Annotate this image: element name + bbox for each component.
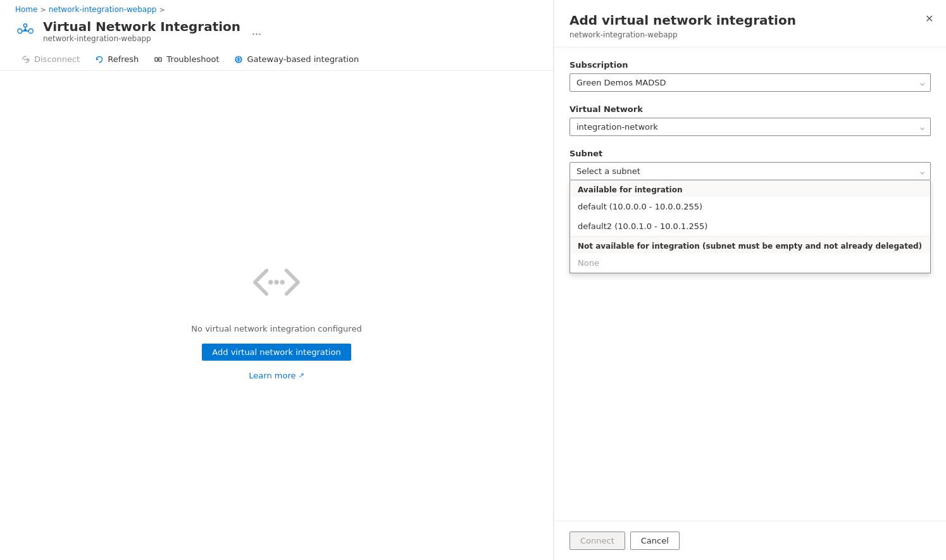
svg-point-0 [18, 29, 22, 34]
page-title-group: Virtual Network Integration network-inte… [43, 19, 240, 43]
breadcrumb-webapp[interactable]: network-integration-webapp [49, 5, 157, 14]
vnet-icon [15, 21, 35, 41]
vnet-select-wrapper: integration-network ⌵ [569, 118, 931, 136]
panel-title: Add virtual network integration [569, 13, 931, 28]
subnet-label: Subnet [569, 149, 931, 158]
svg-point-1 [28, 29, 33, 34]
subscription-select-wrapper: Green Demos MADSD ⌵ [569, 73, 931, 92]
svg-point-17 [280, 280, 285, 284]
refresh-button[interactable]: Refresh [89, 51, 145, 68]
learn-more-link[interactable]: Learn more ↗ [249, 371, 304, 380]
troubleshoot-label: Troubleshoot [166, 54, 219, 64]
disconnect-icon [22, 55, 30, 64]
gateway-button[interactable]: Gateway-based integration [228, 51, 365, 68]
unavailable-group-header: Not available for integration (subnet mu… [570, 236, 930, 253]
page-subtitle: network-integration-webapp [43, 34, 240, 43]
panel-header: Add virtual network integration network-… [554, 0, 946, 47]
breadcrumb-home[interactable]: Home [15, 5, 37, 14]
svg-point-16 [274, 280, 278, 284]
panel-footer: Connect Cancel [554, 521, 946, 560]
subscription-select[interactable]: Green Demos MADSD [569, 73, 931, 92]
page-header: Virtual Network Integration network-inte… [0, 16, 553, 48]
add-vnet-button[interactable]: Add virtual network integration [202, 344, 351, 361]
vnet-label: Virtual Network [569, 104, 931, 114]
troubleshoot-button[interactable]: Troubleshoot [147, 51, 225, 68]
more-options-button[interactable]: ... [248, 23, 265, 39]
svg-rect-11 [155, 58, 158, 61]
content-area: No virtual network integration configure… [0, 71, 553, 560]
disconnect-button[interactable]: Disconnect [15, 51, 86, 68]
available-group-header: Available for integration [570, 180, 930, 197]
subscription-group: Subscription Green Demos MADSD ⌵ [569, 60, 931, 92]
toolbar: Disconnect Refresh Troubleshoot [0, 48, 553, 71]
panel-body: Subscription Green Demos MADSD ⌵ Virtual… [554, 47, 946, 521]
empty-state-message: No virtual network integration configure… [191, 324, 361, 333]
subnet-group: Subnet Select a subnet ⌵ Available for i… [569, 149, 931, 180]
external-link-icon: ↗ [298, 371, 304, 380]
troubleshoot-icon [154, 55, 163, 64]
gateway-icon [234, 55, 243, 64]
refresh-label: Refresh [108, 54, 139, 64]
main-panel: Home > network-integration-webapp > Virt… [0, 0, 554, 560]
subscription-label: Subscription [569, 60, 931, 70]
breadcrumb-sep2: > [159, 6, 165, 14]
svg-rect-12 [159, 58, 161, 61]
subnet-option-none: None [570, 253, 930, 273]
svg-point-7 [24, 29, 27, 32]
panel-close-button[interactable]: ✕ [923, 10, 936, 27]
cancel-button[interactable]: Cancel [630, 532, 680, 550]
gateway-label: Gateway-based integration [247, 54, 359, 64]
vnet-select[interactable]: integration-network [569, 118, 931, 136]
page-title: Virtual Network Integration [43, 19, 240, 34]
subnet-option-default2[interactable]: default2 (10.0.1.0 - 10.0.1.255) [570, 216, 930, 236]
side-panel: Add virtual network integration network-… [554, 0, 946, 560]
refresh-icon [95, 55, 104, 64]
subnet-dropdown: Available for integration default (10.0.… [569, 180, 931, 273]
svg-point-2 [23, 24, 27, 27]
disconnect-label: Disconnect [34, 54, 80, 64]
subnet-select-wrapper: Select a subnet ⌵ [569, 162, 931, 180]
vnet-group: Virtual Network integration-network ⌵ [569, 104, 931, 136]
subnet-option-default[interactable]: default (10.0.0.0 - 10.0.0.255) [570, 197, 930, 216]
connect-button: Connect [569, 532, 625, 550]
learn-more-label: Learn more [249, 371, 296, 380]
breadcrumb: Home > network-integration-webapp > [0, 0, 553, 16]
breadcrumb-sep1: > [40, 6, 46, 14]
empty-state-icon [239, 251, 314, 314]
svg-point-15 [268, 280, 273, 284]
panel-subtitle: network-integration-webapp [569, 30, 931, 39]
subnet-select[interactable]: Select a subnet [569, 162, 931, 180]
